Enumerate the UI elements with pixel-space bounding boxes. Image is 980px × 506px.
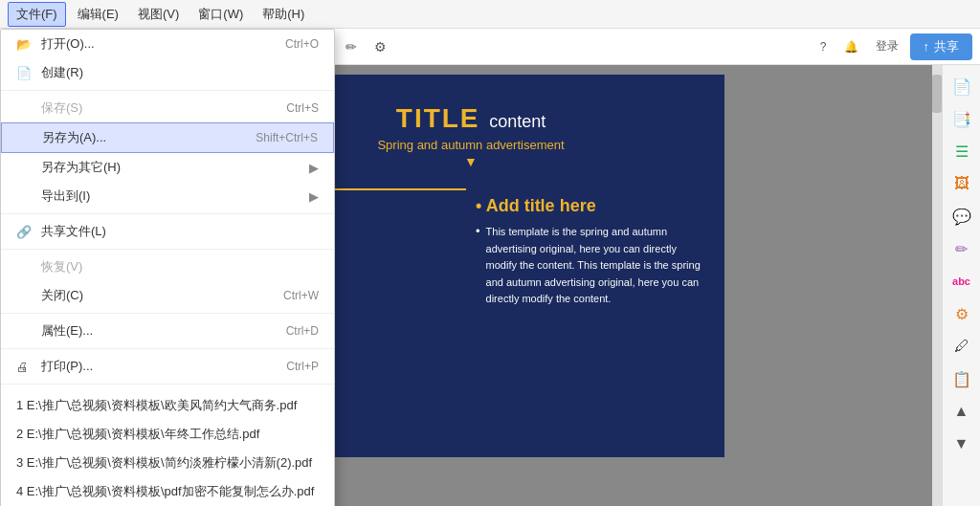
notification-button[interactable]: 🔔 xyxy=(838,36,864,57)
menu-help[interactable]: 帮助(H) xyxy=(255,3,312,26)
scrollbar-thumb xyxy=(932,75,942,113)
open-icon: 📂 xyxy=(16,37,35,52)
menu-restore-item: 恢复(V) xyxy=(1,253,334,281)
highlight-tool[interactable]: ✏ xyxy=(340,35,363,58)
recent-file-3-label: 3 E:\推广\总视频\资料模板\简约淡雅柠檬小清新(2).pdf xyxy=(16,454,312,472)
file-dropdown-menu: 📂 打开(O)... Ctrl+O 📄 创建(R) 保存(S) Ctrl+S 另… xyxy=(0,29,335,506)
save-as-shortcut: Shift+Ctrl+S xyxy=(256,131,318,144)
menu-view[interactable]: 视图(V) xyxy=(130,3,187,26)
restore-label: 恢复(V) xyxy=(41,258,82,275)
menu-properties-item[interactable]: 属性(E)... Ctrl+D xyxy=(1,317,334,345)
print-shortcut: Ctrl+P xyxy=(286,360,319,373)
right-icon-pdf[interactable]: 📄 xyxy=(948,73,975,99)
share-file-icon: 🔗 xyxy=(16,225,35,239)
print-icon: 🖨 xyxy=(16,360,35,374)
vertical-scrollbar[interactable] xyxy=(932,65,942,506)
login-button[interactable]: 登录 xyxy=(870,34,904,58)
pdf-right-content: • Add title here • This template is the … xyxy=(476,188,710,312)
right-icon-list[interactable]: ☰ xyxy=(948,138,975,165)
right-icon-clipboard[interactable]: 📋 xyxy=(948,365,975,392)
recent-file-2[interactable]: 2 E:\推广\总视频\资料模板\年终工作总结.pdf xyxy=(1,420,334,449)
pdf-right-text: This template is the spring and autumn a… xyxy=(486,224,710,308)
menu-file[interactable]: 文件(F) xyxy=(8,2,66,27)
recent-file-3[interactable]: 3 E:\推广\总视频\资料模板\简约淡雅柠檬小清新(2).pdf xyxy=(1,449,334,477)
menu-bar: 文件(F) 编辑(E) 视图(V) 窗口(W) 帮助(H) xyxy=(0,0,980,29)
save-as-label: 另存为(A)... xyxy=(42,129,106,146)
recent-file-1[interactable]: 1 E:\推广\总视频\资料模板\欧美风简约大气商务.pdf xyxy=(1,391,334,420)
pdf-right-title: • Add title here xyxy=(476,196,710,216)
right-icon-up[interactable]: ▲ xyxy=(948,398,975,425)
share-file-label: 共享文件(L) xyxy=(41,223,106,240)
open-shortcut: Ctrl+O xyxy=(285,37,319,51)
pdf-title-bold: TITLE xyxy=(396,103,480,133)
sep-after-share xyxy=(1,249,334,250)
right-icon-text[interactable]: abc xyxy=(948,268,975,295)
export-arrow: ▶ xyxy=(309,189,319,204)
menu-create-item[interactable]: 📄 创建(R) xyxy=(1,58,334,87)
recent-files-list: 1 E:\推广\总视频\资料模板\欧美风简约大气商务.pdf 2 E:\推广\总… xyxy=(1,387,334,506)
save-as-other-label: 另存为其它(H) xyxy=(41,159,121,176)
right-icon-edit[interactable]: ✏ xyxy=(948,235,975,262)
close-label: 关闭(C) xyxy=(41,287,83,304)
right-icon-pen[interactable]: 🖊 xyxy=(948,333,975,360)
properties-shortcut: Ctrl+D xyxy=(286,324,319,338)
menu-close-item[interactable]: 关闭(C) Ctrl+W xyxy=(1,281,334,310)
properties-label: 属性(E)... xyxy=(41,322,93,340)
menu-window[interactable]: 窗口(W) xyxy=(190,3,251,26)
create-label: 创建(R) xyxy=(41,64,83,81)
right-icon-settings[interactable]: ⚙ xyxy=(948,300,975,327)
create-icon: 📄 xyxy=(16,66,35,80)
sep-after-props xyxy=(1,348,334,349)
sep-after-close xyxy=(1,313,334,314)
share-button[interactable]: ↑ 共享 xyxy=(910,33,973,60)
right-sidebar: 📄 📑 ☰ 🖼 💬 ✏ abc ⚙ 🖊 📋 ▲ ▼ xyxy=(942,65,980,506)
pdf-right-body: • This template is the spring and autumn… xyxy=(476,224,710,308)
menu-save-as-item[interactable]: 另存为(A)... Shift+Ctrl+S xyxy=(1,122,334,153)
menu-save-item: 保存(S) Ctrl+S xyxy=(1,94,334,122)
sep-after-export xyxy=(1,213,334,214)
pdf-title-normal: content xyxy=(489,112,546,131)
right-icon-comment[interactable]: 💬 xyxy=(948,203,975,230)
save-as-other-arrow: ▶ xyxy=(309,161,319,175)
print-label: 打印(P)... xyxy=(41,358,93,375)
sep-after-create xyxy=(1,90,334,91)
menu-share-file-item[interactable]: 🔗 共享文件(L) xyxy=(1,217,334,246)
share-icon: ↑ xyxy=(924,39,930,54)
save-shortcut: Ctrl+S xyxy=(286,101,319,115)
bullet-dot: • xyxy=(476,224,480,308)
recent-file-1-label: 1 E:\推广\总视频\资料模板\欧美风简约大气商务.pdf xyxy=(16,397,297,414)
menu-edit[interactable]: 编辑(E) xyxy=(70,3,126,26)
recent-file-4-label: 4 E:\推广\总视频\资料模板\pdf加密不能复制怎么办.pdf xyxy=(16,483,314,500)
menu-export-item[interactable]: 导出到(I) ▶ xyxy=(1,182,334,210)
right-icon-down[interactable]: ▼ xyxy=(948,430,975,457)
export-label: 导出到(I) xyxy=(41,187,90,205)
close-shortcut: Ctrl+W xyxy=(283,289,319,302)
help-button[interactable]: ? xyxy=(814,36,833,57)
recent-file-4[interactable]: 4 E:\推广\总视频\资料模板\pdf加密不能复制怎么办.pdf xyxy=(1,477,334,506)
menu-save-as-other-item[interactable]: 另存为其它(H) ▶ xyxy=(1,153,334,182)
open-label: 打开(O)... xyxy=(41,35,95,53)
sep-after-print xyxy=(1,384,334,385)
recent-file-2-label: 2 E:\推广\总视频\资料模板\年终工作总结.pdf xyxy=(16,426,259,443)
right-icon-pages[interactable]: 📑 xyxy=(948,105,975,132)
menu-print-item[interactable]: 🖨 打印(P)... Ctrl+P xyxy=(1,352,334,381)
share-label: 共享 xyxy=(934,38,959,55)
menu-open-item[interactable]: 📂 打开(O)... Ctrl+O xyxy=(1,30,334,58)
more-tools[interactable]: ⚙ xyxy=(368,35,392,58)
right-icon-image[interactable]: 🖼 xyxy=(948,170,975,197)
save-label: 保存(S) xyxy=(41,99,82,117)
